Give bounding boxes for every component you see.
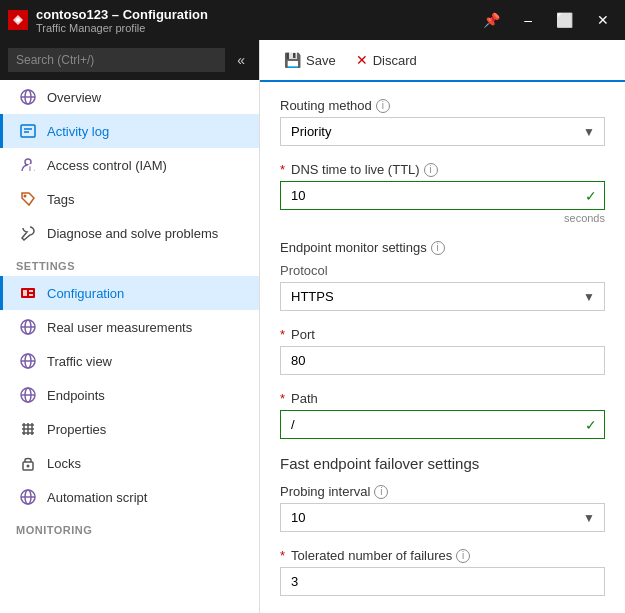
toolbar: 💾 Save ✕ Discard	[260, 40, 625, 82]
tolerated-failures-label-row: * Tolerated number of failures i	[280, 548, 605, 563]
probing-interval-info-icon[interactable]: i	[374, 485, 388, 499]
sidebar-item-configuration[interactable]: Configuration	[0, 276, 259, 310]
collapse-button[interactable]: «	[231, 50, 251, 70]
title-bar-controls: 📌 – ⬜ ✕	[475, 8, 617, 32]
properties-label: Properties	[47, 422, 106, 437]
path-label: Path	[291, 391, 318, 406]
save-icon: 💾	[284, 52, 301, 68]
main-layout: « Overview	[0, 40, 625, 613]
discard-label: Discard	[373, 53, 417, 68]
title-text: contoso123 – Configuration Traffic Manag…	[36, 7, 208, 34]
maximize-button[interactable]: ⬜	[548, 8, 581, 32]
endpoint-monitor-info-icon[interactable]: i	[431, 241, 445, 255]
routing-method-select-wrapper: Priority Weighted Performance Geographic…	[280, 117, 605, 146]
globe-icon	[19, 88, 37, 106]
port-group: * Port	[280, 327, 605, 375]
content-area: 💾 Save ✕ Discard Routing method i Priori…	[260, 40, 625, 613]
tag-icon	[19, 190, 37, 208]
app-subtitle: Traffic Manager profile	[36, 22, 208, 34]
path-label-row: * Path	[280, 391, 605, 406]
configuration-label: Configuration	[47, 286, 124, 301]
protocol-select[interactable]: HTTP HTTPS TCP	[280, 282, 605, 311]
properties-icon	[19, 420, 37, 438]
dns-ttl-required-marker: *	[280, 162, 285, 177]
probing-interval-label: Probing interval	[280, 484, 370, 499]
pin-button[interactable]: 📌	[475, 8, 508, 32]
sidebar-item-properties[interactable]: Properties	[0, 412, 259, 446]
protocol-select-wrapper: HTTP HTTPS TCP ▼	[280, 282, 605, 311]
tolerated-failures-label: Tolerated number of failures	[291, 548, 452, 563]
save-button[interactable]: 💾 Save	[276, 48, 344, 72]
dns-ttl-label-row: * DNS time to live (TTL) i	[280, 162, 605, 177]
lock-icon	[19, 454, 37, 472]
monitoring-section-label: MONITORING	[0, 514, 259, 540]
sidebar-item-access-control[interactable]: i Access control (IAM)	[0, 148, 259, 182]
save-label: Save	[306, 53, 336, 68]
svg-point-1	[16, 18, 20, 22]
activity-icon	[19, 122, 37, 140]
endpoints-icon	[19, 386, 37, 404]
dns-ttl-input[interactable]	[280, 181, 605, 210]
protocol-group: Protocol HTTP HTTPS TCP ▼	[280, 263, 605, 311]
port-label: Port	[291, 327, 315, 342]
svg-rect-13	[23, 290, 27, 296]
dns-ttl-unit: seconds	[280, 212, 605, 224]
svg-rect-5	[21, 125, 35, 137]
nav-section-main: Overview Activity log	[0, 80, 259, 250]
dns-ttl-input-wrapper: ✓	[280, 181, 605, 210]
svg-rect-15	[29, 294, 33, 296]
path-input[interactable]	[280, 410, 605, 439]
routing-method-group: Routing method i Priority Weighted Perfo…	[280, 98, 605, 146]
svg-rect-14	[29, 290, 33, 292]
routing-method-select[interactable]: Priority Weighted Performance Geographic…	[280, 117, 605, 146]
overview-label: Overview	[47, 90, 101, 105]
tolerated-failures-group: * Tolerated number of failures i	[280, 548, 605, 596]
sidebar-item-tags[interactable]: Tags	[0, 182, 259, 216]
probing-interval-label-row: Probing interval i	[280, 484, 605, 499]
sidebar-item-activity-log[interactable]: Activity log	[0, 114, 259, 148]
search-area: «	[0, 40, 259, 80]
form-area: Routing method i Priority Weighted Perfo…	[260, 82, 625, 613]
dns-ttl-check-icon: ✓	[585, 188, 597, 204]
routing-method-info-icon[interactable]: i	[376, 99, 390, 113]
close-button[interactable]: ✕	[589, 8, 617, 32]
real-user-label: Real user measurements	[47, 320, 192, 335]
sidebar-item-diagnose[interactable]: Diagnose and solve problems	[0, 216, 259, 250]
svg-point-32	[27, 465, 30, 468]
tags-label: Tags	[47, 192, 74, 207]
settings-section-label: SETTINGS	[0, 250, 259, 276]
wrench-icon	[19, 224, 37, 242]
discard-button[interactable]: ✕ Discard	[348, 48, 425, 72]
title-bar: contoso123 – Configuration Traffic Manag…	[0, 0, 625, 40]
port-required-marker: *	[280, 327, 285, 342]
dns-ttl-info-icon[interactable]: i	[424, 163, 438, 177]
fast-failover-title: Fast endpoint failover settings	[280, 455, 605, 472]
endpoints-label: Endpoints	[47, 388, 105, 403]
diagnose-label: Diagnose and solve problems	[47, 226, 218, 241]
automation-icon	[19, 488, 37, 506]
tolerated-failures-info-icon[interactable]: i	[456, 549, 470, 563]
sidebar: « Overview	[0, 40, 260, 613]
sidebar-item-traffic-view[interactable]: Traffic view	[0, 344, 259, 378]
path-required-marker: *	[280, 391, 285, 406]
probing-interval-select[interactable]: 10 30	[280, 503, 605, 532]
discard-icon: ✕	[356, 52, 368, 68]
sidebar-item-real-user-measurements[interactable]: Real user measurements	[0, 310, 259, 344]
search-input[interactable]	[8, 48, 225, 72]
sidebar-item-automation[interactable]: Automation script	[0, 480, 259, 514]
sidebar-item-locks[interactable]: Locks	[0, 446, 259, 480]
access-control-label: Access control (IAM)	[47, 158, 167, 173]
sidebar-item-overview[interactable]: Overview	[0, 80, 259, 114]
dns-ttl-label: DNS time to live (TTL)	[291, 162, 420, 177]
routing-method-label-row: Routing method i	[280, 98, 605, 113]
endpoint-monitor-label-row: Endpoint monitor settings i	[280, 240, 605, 255]
minimize-button[interactable]: –	[516, 8, 540, 32]
traffic-view-label: Traffic view	[47, 354, 112, 369]
tolerated-failures-input[interactable]	[280, 567, 605, 596]
settings-section: SETTINGS Configuration	[0, 250, 259, 514]
activity-log-label: Activity log	[47, 124, 109, 139]
sidebar-item-endpoints[interactable]: Endpoints	[0, 378, 259, 412]
port-input[interactable]	[280, 346, 605, 375]
title-bar-left: contoso123 – Configuration Traffic Manag…	[8, 7, 208, 34]
protocol-label: Protocol	[280, 263, 605, 278]
